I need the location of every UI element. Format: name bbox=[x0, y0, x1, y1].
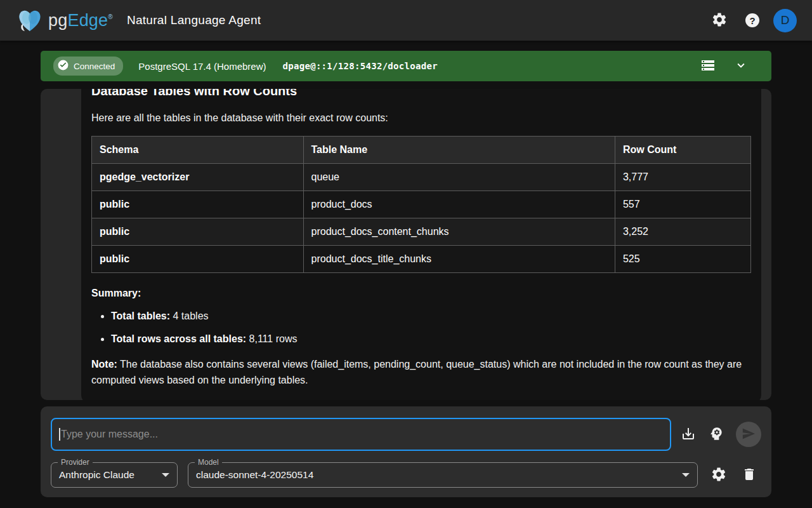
table-header-row: Schema Table Name Row Count bbox=[92, 137, 751, 164]
col-header-schema: Schema bbox=[92, 137, 304, 164]
message-heading: Database Tables with Row Counts bbox=[91, 89, 751, 99]
chevron-down-icon bbox=[734, 58, 748, 74]
settings-button[interactable] bbox=[707, 8, 731, 32]
connection-bar[interactable]: Connected PostgreSQL 17.4 (Homebrew) dpa… bbox=[41, 51, 771, 81]
ai-thinking-button[interactable] bbox=[704, 422, 728, 446]
download-chat-button[interactable] bbox=[676, 422, 700, 446]
model-settings-button[interactable] bbox=[707, 463, 731, 487]
message-input[interactable] bbox=[51, 418, 671, 451]
collapse-connection-button[interactable] bbox=[731, 56, 751, 76]
table-row: public product_docs_content_chunks 3,252 bbox=[92, 218, 751, 246]
row-count-table: Schema Table Name Row Count pgedge_vecto… bbox=[91, 136, 751, 273]
table-row: public product_docs 557 bbox=[92, 191, 751, 218]
summary-list: Total tables: 4 tables Total rows across… bbox=[91, 309, 751, 347]
clear-chat-button[interactable] bbox=[737, 463, 761, 487]
pgedge-logo-icon bbox=[15, 7, 44, 34]
summary-heading: Summary: bbox=[91, 286, 751, 301]
page-title: Natural Language Agent bbox=[127, 13, 261, 27]
pgedge-brand: pgEdge® Natural Language Agent bbox=[15, 7, 261, 34]
connected-badge: Connected bbox=[53, 57, 123, 76]
provider-value: Anthropic Claude bbox=[59, 469, 134, 481]
col-header-table-name: Table Name bbox=[303, 137, 615, 164]
storage-icon bbox=[700, 58, 716, 75]
col-header-row-count: Row Count bbox=[615, 137, 750, 164]
dropdown-arrow-icon bbox=[162, 473, 169, 477]
list-item: Total tables: 4 tables bbox=[111, 309, 751, 324]
composer-panel: Provider Anthropic Claude Model claude-s… bbox=[41, 406, 771, 497]
send-icon bbox=[742, 427, 756, 443]
assistant-message: Database Tables with Row Counts Here are… bbox=[81, 89, 761, 400]
download-icon bbox=[681, 426, 696, 443]
psychology-icon bbox=[708, 425, 724, 444]
trash-icon bbox=[742, 467, 757, 484]
server-version: PostgreSQL 17.4 (Homebrew) bbox=[138, 61, 266, 72]
model-select[interactable]: Model claude-sonnet-4-20250514 bbox=[188, 462, 698, 488]
list-item: Total rows across all tables: 8,111 rows bbox=[111, 331, 751, 347]
database-list-button[interactable] bbox=[698, 56, 718, 76]
chat-history[interactable]: Database Tables with Row Counts Here are… bbox=[41, 89, 771, 400]
gear-icon bbox=[710, 466, 727, 485]
dropdown-arrow-icon bbox=[682, 473, 690, 477]
check-circle-icon bbox=[57, 59, 69, 73]
help-icon: ? bbox=[745, 13, 759, 27]
connection-status: Connected bbox=[74, 62, 115, 71]
provider-select[interactable]: Provider Anthropic Claude bbox=[51, 462, 178, 488]
user-avatar[interactable]: D bbox=[773, 9, 797, 32]
help-button[interactable]: ? bbox=[740, 8, 764, 32]
pgedge-wordmark: pgEdge® bbox=[48, 11, 113, 30]
note-paragraph: Note: The database also contains several… bbox=[91, 357, 751, 389]
model-value: claude-sonnet-4-20250514 bbox=[196, 469, 313, 481]
send-button[interactable] bbox=[736, 422, 761, 447]
connection-string: dpage@::1/128:5432/docloader bbox=[283, 61, 438, 71]
model-label: Model bbox=[195, 458, 222, 467]
text-caret bbox=[59, 428, 60, 441]
gear-icon bbox=[711, 11, 728, 30]
table-row: public product_docs_title_chunks 525 bbox=[92, 246, 751, 273]
app-header: pgEdge® Natural Language Agent ? D bbox=[0, 0, 812, 41]
table-row: pgedge_vectorizer queue 3,777 bbox=[92, 164, 751, 191]
provider-label: Provider bbox=[58, 458, 93, 467]
message-intro: Here are all the tables in the database … bbox=[91, 110, 751, 126]
